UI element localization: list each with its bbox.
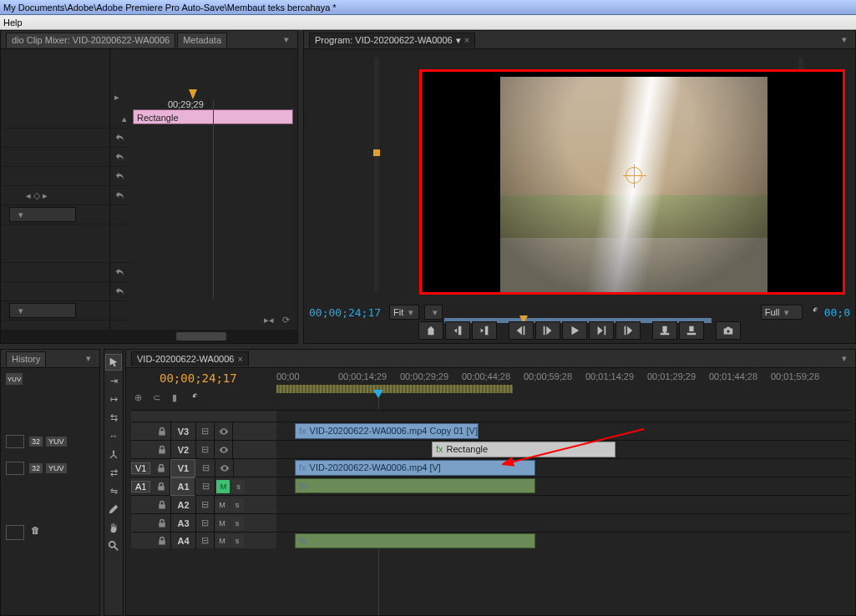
slip-tool[interactable]: ⇄	[105, 464, 122, 481]
eye-icon[interactable]	[215, 422, 233, 441]
tab-sequence[interactable]: VID-20200622-WA0006×	[131, 351, 249, 366]
panel-menu-icon[interactable]: ▾	[838, 353, 850, 364]
lock-icon[interactable]	[153, 496, 171, 514]
play-button[interactable]	[562, 321, 587, 340]
razor-tool[interactable]	[105, 446, 122, 462]
slide-tool[interactable]: ⇋	[105, 482, 122, 499]
tab-program[interactable]: Program: VID-20200622-WA0006▾×	[309, 33, 475, 48]
go-to-out-button[interactable]	[615, 321, 641, 340]
menu-help[interactable]: Help	[3, 18, 23, 28]
export-frame-button[interactable]	[716, 321, 741, 340]
settings-icon[interactable]	[186, 391, 200, 404]
yuv-icon[interactable]: YUV	[6, 373, 23, 385]
track-label[interactable]: V1	[170, 459, 195, 477]
source-patch[interactable]: V1	[131, 462, 150, 474]
new-bin-icon[interactable]	[6, 525, 24, 540]
zoom-tool[interactable]	[105, 538, 122, 554]
solo-button[interactable]: s	[230, 534, 244, 548]
fx-icon[interactable]: ⊟	[196, 422, 215, 441]
eye-icon[interactable]	[215, 459, 234, 477]
zoom-fit-dropdown[interactable]: Fit▾	[389, 305, 419, 320]
out-timecode[interactable]: 00;0	[824, 306, 850, 319]
close-icon[interactable]: ×	[237, 354, 242, 364]
title-clip[interactable]: fxRectangle	[432, 442, 615, 457]
audio-clip[interactable]: fx	[295, 533, 535, 548]
fx-icon[interactable]: ⊟	[196, 514, 215, 533]
track-label[interactable]: V3	[171, 422, 196, 441]
go-to-in-button[interactable]	[509, 321, 534, 340]
lock-icon[interactable]	[153, 441, 171, 459]
close-icon[interactable]: ×	[464, 35, 469, 45]
fx-icon[interactable]: ⊟	[196, 496, 215, 514]
horizontal-scrollbar[interactable]: ▸◂ ⟳	[1, 330, 297, 343]
lock-icon[interactable]	[153, 422, 171, 441]
mute-button[interactable]: M	[215, 534, 229, 548]
fx-icon[interactable]: ⊟	[196, 441, 215, 459]
preset-icon[interactable]	[6, 462, 24, 475]
track-label[interactable]: V2	[171, 441, 196, 459]
solo-button[interactable]: s	[230, 498, 244, 512]
toggle-anim-icon[interactable]: ▸◂	[262, 313, 276, 326]
marker-icon[interactable]: ▮	[168, 391, 181, 404]
tab-clip-mixer[interactable]: dio Clip Mixer: VID-20200622-WA0006	[6, 33, 175, 48]
menu-bar[interactable]: Help	[0, 15, 856, 30]
anchor-point-icon[interactable]	[626, 167, 642, 184]
track-label[interactable]: A2	[171, 496, 196, 514]
hand-tool[interactable]	[105, 519, 122, 536]
time-ruler[interactable]: 00;00 00;00;14;29 00;00;29;29 00;00;44;2…	[276, 371, 850, 385]
mark-out-button[interactable]	[472, 321, 497, 340]
add-marker-button[interactable]	[418, 321, 443, 340]
rate-stretch-tool[interactable]: ↔	[105, 427, 122, 444]
fx-icon[interactable]: ⊟	[197, 459, 215, 477]
snap-icon[interactable]: ⊕	[131, 391, 144, 404]
panel-menu-icon[interactable]: ▾	[281, 34, 292, 45]
reset-icon[interactable]	[114, 170, 126, 182]
ripple-edit-tool[interactable]: ↦	[105, 391, 122, 407]
step-forward-button[interactable]	[589, 321, 614, 340]
mute-button[interactable]: M	[215, 498, 229, 512]
collapse-icon[interactable]: ▴	[118, 112, 131, 125]
step-back-button[interactable]	[535, 321, 560, 340]
solo-button[interactable]: s	[230, 517, 244, 530]
program-timecode[interactable]: 00;00;24;17	[309, 306, 381, 319]
work-area-bar[interactable]	[276, 385, 513, 393]
panel-menu-icon[interactable]: ▾	[838, 34, 850, 45]
solo-button[interactable]: s	[231, 480, 245, 493]
keyframe-nav[interactable]: ◂ ◇ ▸	[26, 190, 48, 201]
video-clip[interactable]: fxVID-20200622-WA0006.mp4 [V]	[295, 460, 535, 476]
safe-margin-handle[interactable]	[373, 149, 380, 156]
source-patch[interactable]: A1	[131, 481, 150, 492]
playhead-toggle-icon[interactable]: ▸	[111, 91, 123, 103]
tab-metadata[interactable]: Metadata	[177, 33, 227, 48]
linked-sel-icon[interactable]: ⊂	[149, 391, 163, 404]
reset-icon[interactable]	[114, 189, 126, 201]
lock-icon[interactable]	[152, 477, 170, 496]
resolution-dropdown[interactable]: Full▾	[761, 305, 803, 320]
track-label[interactable]: A4	[171, 532, 196, 550]
view-dropdown[interactable]: ▾	[424, 305, 443, 320]
time-dropdown[interactable]: ▾	[9, 303, 76, 318]
tab-history[interactable]: History	[6, 351, 46, 366]
track-select-tool[interactable]: ⇥	[105, 372, 122, 389]
track-label[interactable]: A1	[170, 477, 195, 496]
fx-icon[interactable]: ⊟	[197, 477, 215, 496]
fx-icon[interactable]: ⊟	[196, 532, 215, 550]
track-label[interactable]: A3	[171, 514, 196, 533]
pen-tool[interactable]	[105, 501, 122, 518]
lift-button[interactable]	[652, 321, 677, 340]
program-viewport[interactable]	[419, 69, 845, 295]
timeline-timecode[interactable]: 00;00;24;17	[160, 371, 237, 385]
lock-icon[interactable]	[153, 532, 171, 550]
reset-icon[interactable]	[114, 132, 126, 144]
reset-icon[interactable]	[114, 151, 126, 163]
audio-clip[interactable]: fx	[295, 478, 535, 493]
mute-button[interactable]: M	[215, 517, 229, 530]
panel-menu-icon[interactable]: ▾	[83, 353, 94, 364]
video-clip[interactable]: fxVID-20200622-WA0006.mp4 Copy 01 [V]	[295, 423, 479, 439]
lock-icon[interactable]	[153, 514, 171, 533]
eye-icon[interactable]	[215, 441, 233, 459]
reset-icon[interactable]	[114, 266, 126, 278]
extract-button[interactable]	[679, 321, 704, 340]
preset-icon[interactable]	[6, 435, 24, 448]
blend-dropdown[interactable]: ▾	[9, 207, 76, 222]
